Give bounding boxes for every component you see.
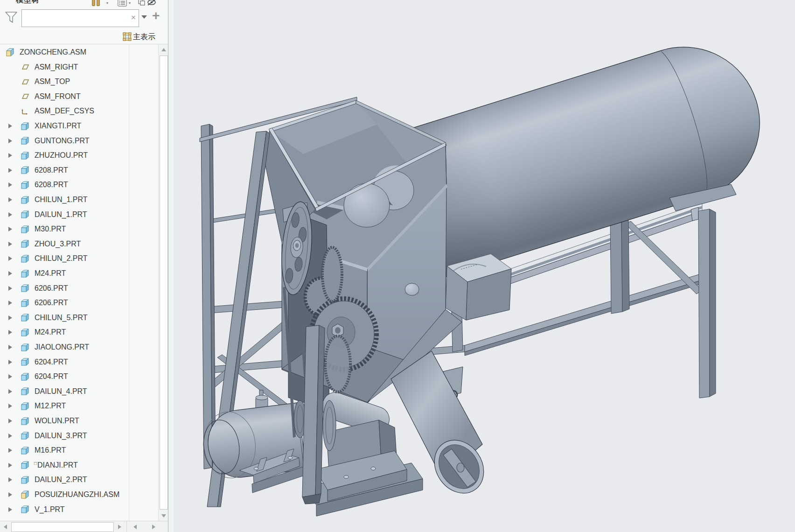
- tree-item[interactable]: XIANGTI.PRT: [0, 119, 137, 133]
- 3d-viewport[interactable]: [174, 0, 795, 532]
- tree-item[interactable]: ASM_RIGHT: [0, 60, 137, 75]
- part-icon: [21, 151, 31, 160]
- expand-arrow-icon[interactable]: [8, 168, 16, 173]
- plane-icon: [21, 77, 31, 86]
- tree-item-label: CHILUN_5.PRT: [35, 314, 88, 322]
- tree-item-label: DAILUN_4.PRT: [35, 387, 87, 396]
- expand-arrow-icon[interactable]: [8, 286, 16, 291]
- scroll-down-button[interactable]: [159, 511, 168, 521]
- expand-arrow-icon[interactable]: [8, 212, 16, 217]
- part-icon: [21, 299, 31, 307]
- tree-item[interactable]: ZONGCHENG.ASM: [0, 45, 134, 60]
- tree-item[interactable]: 6204.PRT: [0, 355, 137, 370]
- part-icon: [21, 196, 31, 204]
- part-icon: [21, 372, 31, 381]
- expand-arrow-icon[interactable]: [8, 315, 16, 320]
- tree-item-label: CHILUN_2.PRT: [35, 254, 88, 263]
- tree-item-label: CHILUN_1.PRT: [35, 196, 88, 204]
- expand-arrow-icon[interactable]: [8, 389, 16, 394]
- tree-item[interactable]: 6208.PRT: [0, 163, 137, 178]
- part-icon: [21, 314, 31, 322]
- column-scroll-right-button[interactable]: [148, 521, 159, 532]
- tree-item[interactable]: M30.PRT: [0, 222, 137, 237]
- tree-item[interactable]: 6208.PRT: [0, 177, 137, 192]
- vertical-scroll-thumb[interactable]: [160, 56, 168, 510]
- expand-arrow-icon[interactable]: [8, 256, 16, 261]
- tree-item-label: ZONGCHENG.ASM: [20, 48, 86, 56]
- expand-arrow-icon[interactable]: [8, 492, 16, 497]
- tree-item-label: M16.PRT: [35, 446, 66, 455]
- scroll-left-button[interactable]: [0, 521, 10, 532]
- tree-item[interactable]: 6204.PRT: [0, 369, 137, 384]
- tree-item[interactable]: POSUIZHUANGZHI.ASM: [0, 487, 137, 502]
- expand-arrow-icon[interactable]: [8, 182, 16, 187]
- tree-item[interactable]: CHILUN_5.PRT: [0, 310, 137, 325]
- tree-item[interactable]: 6206.PRT: [0, 281, 137, 296]
- tree-item[interactable]: CHILUN_1.PRT: [0, 192, 137, 207]
- column-scroll-left-button[interactable]: [130, 521, 140, 532]
- tree-item[interactable]: DAILUN_2.PRT: [0, 472, 137, 487]
- expand-arrow-icon[interactable]: [8, 271, 16, 276]
- tree-item-label: ASM_DEF_CSYS: [35, 107, 94, 115]
- column-separator[interactable]: [129, 44, 129, 521]
- tree-item[interactable]: JIAOLONG.PRT: [0, 340, 137, 355]
- expand-arrow-icon[interactable]: [8, 139, 16, 143]
- expand-arrow-icon[interactable]: [8, 360, 16, 364]
- part-icon: [21, 446, 31, 455]
- part-icon: [21, 358, 31, 366]
- expand-arrow-icon[interactable]: [8, 419, 16, 423]
- tree-item[interactable]: □ DIANJI.PRT: [0, 458, 137, 473]
- tree-item[interactable]: CHILUN_2.PRT: [0, 251, 137, 266]
- tree-item[interactable]: M16.PRT: [0, 443, 137, 458]
- csys-icon: [21, 107, 31, 115]
- expand-arrow-icon[interactable]: [8, 477, 16, 482]
- part-icon: [21, 225, 31, 233]
- tree-item[interactable]: ASM_FRONT: [0, 89, 137, 104]
- horizontal-scroll-thumb[interactable]: [11, 522, 114, 532]
- expand-arrow-icon[interactable]: [8, 448, 16, 453]
- part-icon: [21, 387, 31, 396]
- tree-item[interactable]: ASM_TOP: [0, 74, 137, 89]
- assembly-3d-view[interactable]: [174, 0, 795, 532]
- tree-item[interactable]: WOLUN.PRT: [0, 413, 137, 428]
- expand-arrow-icon[interactable]: [8, 463, 16, 468]
- expand-arrow-icon[interactable]: [8, 197, 16, 202]
- tree-item[interactable]: 6206.PRT: [0, 295, 137, 310]
- expand-arrow-icon[interactable]: [8, 124, 16, 128]
- tree-item-label: M30.PRT: [35, 225, 66, 233]
- tree-item[interactable]: ZHOU_3.PRT: [0, 237, 137, 252]
- expand-arrow-icon[interactable]: [8, 227, 16, 231]
- tree-item[interactable]: ASM_DEF_CSYS: [0, 104, 137, 119]
- tree-item-label: ZHUZHOU.PRT: [35, 151, 88, 160]
- part-icon: [21, 269, 31, 278]
- expand-arrow-icon[interactable]: [8, 345, 16, 350]
- tree-vertical-scrollbar[interactable]: [158, 44, 168, 521]
- tree-item[interactable]: M24.PRT: [0, 266, 137, 281]
- expand-arrow-icon[interactable]: [8, 434, 16, 438]
- expand-arrow-icon[interactable]: [8, 153, 16, 158]
- part-icon: [21, 122, 31, 130]
- tree-item[interactable]: GUNTONG.PRT: [0, 133, 137, 148]
- tree-item-label: DAILUN_3.PRT: [35, 432, 87, 440]
- expand-arrow-icon[interactable]: [8, 330, 16, 335]
- expand-arrow-icon[interactable]: [8, 301, 16, 305]
- plane-icon: [21, 92, 31, 101]
- scroll-up-button[interactable]: [159, 44, 168, 55]
- tree-item[interactable]: DAILUN_1.PRT: [0, 207, 137, 222]
- tree-item[interactable]: ZHUZHOU.PRT: [0, 148, 137, 163]
- scroll-right-button[interactable]: [114, 521, 125, 532]
- expand-arrow-icon[interactable]: [8, 507, 16, 512]
- tree-item[interactable]: DAILUN_3.PRT: [0, 428, 137, 443]
- tree-item-label: ASM_TOP: [35, 77, 70, 86]
- tree-item[interactable]: V_1.PRT: [0, 502, 137, 517]
- expand-arrow-icon[interactable]: [8, 404, 16, 408]
- expand-arrow-icon[interactable]: [8, 374, 16, 379]
- tree-item[interactable]: DAILUN_4.PRT: [0, 384, 137, 399]
- expand-arrow-icon[interactable]: [8, 242, 16, 246]
- tree-item[interactable]: M12.PRT: [0, 399, 137, 413]
- tree-item[interactable]: M24.PRT: [0, 325, 137, 340]
- tree-item-label: M12.PRT: [35, 402, 66, 410]
- frame-leg-front-center[interactable]: [302, 325, 325, 504]
- part-icon: [21, 417, 31, 425]
- tree-item-label: 6206.PRT: [35, 299, 68, 307]
